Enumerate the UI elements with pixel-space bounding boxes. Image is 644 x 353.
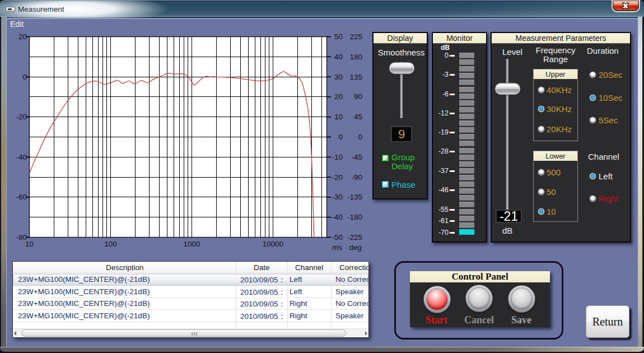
svg-text:225: 225 bbox=[349, 32, 362, 41]
svg-text:-10: -10 bbox=[332, 153, 343, 161]
svg-text:-225: -225 bbox=[347, 233, 362, 241]
svg-text:135: 135 bbox=[349, 73, 362, 81]
svg-text:10: 10 bbox=[334, 113, 343, 121]
svg-text:-45: -45 bbox=[351, 153, 362, 161]
svg-text:90: 90 bbox=[354, 92, 362, 101]
svg-text:0: 0 bbox=[22, 73, 27, 81]
svg-text:100: 100 bbox=[104, 240, 117, 248]
svg-text:10: 10 bbox=[25, 240, 34, 248]
svg-text:20: 20 bbox=[18, 32, 27, 41]
svg-text:-90: -90 bbox=[351, 173, 362, 182]
svg-text:45: 45 bbox=[354, 113, 362, 121]
svg-text:50: 50 bbox=[334, 32, 343, 41]
svg-text:0: 0 bbox=[338, 133, 343, 141]
svg-text:40: 40 bbox=[334, 53, 343, 61]
svg-text:-60: -60 bbox=[16, 193, 27, 201]
svg-text:-50: -50 bbox=[332, 233, 343, 241]
svg-text:1000: 1000 bbox=[183, 240, 200, 248]
svg-text:-30: -30 bbox=[332, 193, 343, 201]
svg-text:0: 0 bbox=[358, 133, 362, 141]
svg-text:-40: -40 bbox=[16, 153, 27, 161]
svg-text:10000: 10000 bbox=[263, 240, 284, 248]
svg-text:20: 20 bbox=[334, 92, 343, 101]
svg-text:-135: -135 bbox=[347, 193, 362, 201]
svg-text:30: 30 bbox=[334, 73, 343, 81]
svg-text:-180: -180 bbox=[347, 213, 362, 221]
svg-text:-20: -20 bbox=[332, 173, 343, 182]
svg-text:ms: ms bbox=[332, 243, 342, 252]
svg-text:-20: -20 bbox=[16, 113, 27, 121]
svg-text:-40: -40 bbox=[332, 213, 343, 221]
svg-text:180: 180 bbox=[349, 53, 362, 61]
svg-text:deg: deg bbox=[349, 243, 362, 252]
